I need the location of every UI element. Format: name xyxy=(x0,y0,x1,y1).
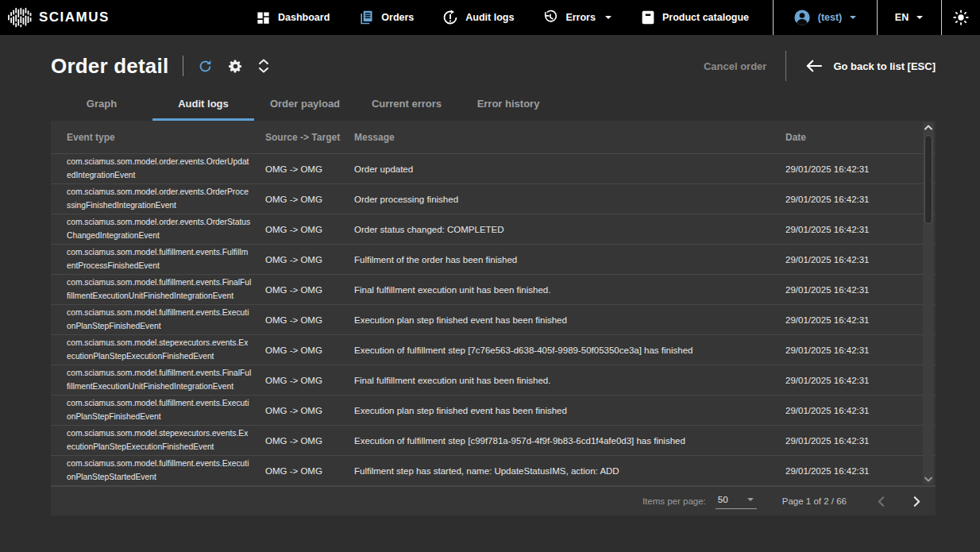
nav-item-label: Dashboard xyxy=(278,12,330,23)
table-row: com.sciamus.som.model.order.events.Order… xyxy=(51,184,936,214)
page-header: Order detail Cancel order Go back to lis… xyxy=(51,48,936,83)
event-type-cell: com.sciamus.som.model.fulfillment.events… xyxy=(67,396,265,425)
errors-history-icon xyxy=(542,10,558,25)
column-header-source-target: Source -> Target xyxy=(265,132,354,143)
user-icon xyxy=(793,9,811,26)
date-cell: 29/01/2025 16:42:31 xyxy=(785,466,918,476)
scrollbar-thumb[interactable] xyxy=(924,135,932,224)
go-back-label: Go back to list [ESC] xyxy=(833,60,936,72)
previous-page-button[interactable] xyxy=(875,496,887,508)
sciamus-logo-icon xyxy=(8,6,32,29)
page-info: Page 1 of 2 / 66 xyxy=(782,496,847,506)
date-cell: 29/01/2025 16:42:31 xyxy=(785,255,918,264)
message-cell: Order updated xyxy=(354,164,785,174)
scroll-up-icon[interactable] xyxy=(923,125,934,130)
column-header-message: Message xyxy=(354,132,785,143)
source-target-cell: OMG -> OMG xyxy=(265,406,354,415)
event-type-cell: com.sciamus.som.model.stepexecutors.even… xyxy=(67,426,265,455)
table-row: com.sciamus.som.model.fulfillment.events… xyxy=(51,456,936,486)
scroll-down-icon[interactable] xyxy=(923,477,934,482)
brand-name: SCIAMUS xyxy=(39,10,110,25)
table-row: com.sciamus.som.model.stepexecutors.even… xyxy=(51,426,936,456)
user-menu[interactable]: (test) xyxy=(774,0,877,35)
event-type-cell: com.sciamus.som.model.fulfillment.events… xyxy=(67,245,265,274)
go-back-button[interactable]: Go back to list [ESC] xyxy=(805,59,936,73)
cancel-order-button[interactable]: Cancel order xyxy=(704,60,766,72)
chevron-down-icon xyxy=(916,14,924,21)
date-cell: 29/01/2025 16:42:31 xyxy=(785,406,918,415)
language-menu[interactable]: EN xyxy=(878,0,941,35)
next-page-button[interactable] xyxy=(911,496,923,508)
date-cell: 29/01/2025 16:42:31 xyxy=(785,164,918,174)
column-header-event-type: Event type xyxy=(67,132,265,143)
page-title: Order detail xyxy=(51,54,168,79)
message-cell: Final fulfillment execution unit has bee… xyxy=(354,285,785,295)
nav-item-errors[interactable]: Errors xyxy=(542,10,612,25)
items-per-page-label: Items per page: xyxy=(642,496,706,506)
event-type-cell: com.sciamus.som.model.fulfillment.events… xyxy=(67,365,265,395)
table-row: com.sciamus.som.model.fulfillment.events… xyxy=(51,396,936,426)
nav-item-product-catalogue[interactable]: Product catalogue xyxy=(641,10,749,25)
source-target-cell: OMG -> OMG xyxy=(265,164,354,174)
vertical-scrollbar xyxy=(923,122,934,484)
date-cell: 29/01/2025 16:42:31 xyxy=(785,345,918,355)
nav-item-orders[interactable]: Orders xyxy=(358,10,414,25)
message-cell: Execution plan step finished event has b… xyxy=(354,406,785,415)
dashboard-icon xyxy=(256,10,271,25)
nav-item-dashboard[interactable]: Dashboard xyxy=(256,10,330,25)
settings-button[interactable] xyxy=(228,59,243,74)
table-header-row: Event typeSource -> TargetMessageDate xyxy=(51,121,936,154)
date-cell: 29/01/2025 16:42:31 xyxy=(785,315,918,325)
language-label: EN xyxy=(895,12,909,23)
sun-icon xyxy=(952,9,970,26)
chevron-down-icon xyxy=(747,496,754,504)
event-type-cell: com.sciamus.som.model.fulfillment.events… xyxy=(67,305,265,334)
tab-bar: GraphAudit logsOrder payloadCurrent erro… xyxy=(51,89,980,121)
topbar-nav: DashboardOrdersAudit logsErrorsProduct c… xyxy=(256,10,749,25)
chevron-down-icon xyxy=(604,14,612,21)
tab-audit-logs[interactable]: Audit logs xyxy=(152,89,254,121)
tab-error-history[interactable]: Error history xyxy=(457,89,559,121)
message-cell: Fulfilment of the order has been finishe… xyxy=(354,255,785,264)
source-target-cell: OMG -> OMG xyxy=(265,376,354,385)
date-cell: 29/01/2025 16:42:31 xyxy=(785,376,918,385)
date-cell: 29/01/2025 16:42:31 xyxy=(785,225,918,234)
source-target-cell: OMG -> OMG xyxy=(265,255,354,264)
table-row: com.sciamus.som.model.order.events.Order… xyxy=(51,214,936,245)
message-cell: Execution plan step finished event has b… xyxy=(354,315,785,325)
event-type-cell: com.sciamus.som.model.stepexecutors.even… xyxy=(67,335,265,365)
nav-item-audit-logs[interactable]: Audit logs xyxy=(442,10,514,25)
source-target-cell: OMG -> OMG xyxy=(265,285,354,295)
message-cell: Fulfilment step has started, name: Updat… xyxy=(354,466,785,476)
event-type-cell: com.sciamus.som.model.fulfillment.events… xyxy=(67,456,265,485)
paginator: Items per page: 50 Page 1 of 2 / 66 xyxy=(51,486,936,515)
table-row: com.sciamus.som.model.stepexecutors.even… xyxy=(51,335,936,365)
title-actions xyxy=(198,59,269,74)
source-target-cell: OMG -> OMG xyxy=(265,466,354,476)
audit-logs-table: Event typeSource -> TargetMessageDate co… xyxy=(51,121,936,486)
header-divider xyxy=(785,51,786,81)
nav-item-label: Audit logs xyxy=(465,12,514,23)
message-cell: Order processing finished xyxy=(354,195,785,204)
table-row: com.sciamus.som.model.order.events.Order… xyxy=(51,154,936,184)
theme-toggle-button[interactable] xyxy=(942,0,980,35)
refresh-button[interactable] xyxy=(198,59,213,74)
message-cell: Execution of fulfillment step [c99f781a-… xyxy=(354,436,785,446)
table-body: com.sciamus.som.model.order.events.Order… xyxy=(51,154,936,486)
brand-logo[interactable]: SCIAMUS xyxy=(8,6,110,29)
date-cell: 29/01/2025 16:42:31 xyxy=(785,285,918,295)
items-per-page-select[interactable]: 50 xyxy=(716,493,757,509)
table-row: com.sciamus.som.model.fulfillment.events… xyxy=(51,365,936,396)
audit-logs-card: Event typeSource -> TargetMessageDate co… xyxy=(51,121,936,515)
expand-collapse-button[interactable] xyxy=(258,59,269,73)
date-cell: 29/01/2025 16:42:31 xyxy=(785,436,918,446)
source-target-cell: OMG -> OMG xyxy=(265,345,354,355)
tab-graph[interactable]: Graph xyxy=(51,89,152,121)
event-type-cell: com.sciamus.som.model.fulfillment.events… xyxy=(67,275,265,304)
message-cell: Execution of fulfillment step [7c76e563-… xyxy=(354,345,785,355)
nav-item-label: Errors xyxy=(565,12,596,23)
tab-current-errors[interactable]: Current errors xyxy=(356,89,457,121)
tab-order-payload[interactable]: Order payload xyxy=(254,89,356,121)
table-row: com.sciamus.som.model.fulfillment.events… xyxy=(51,245,936,275)
source-target-cell: OMG -> OMG xyxy=(265,436,354,446)
